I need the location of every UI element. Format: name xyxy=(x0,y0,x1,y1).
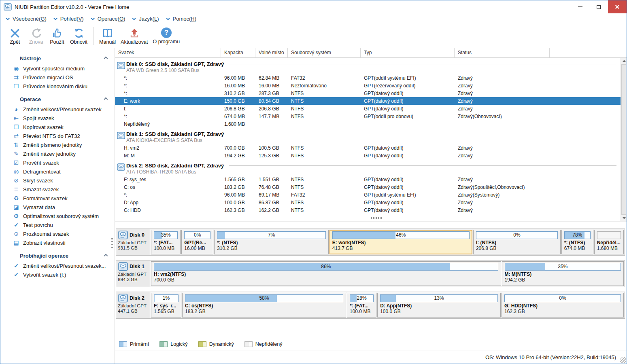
scroll-up-arrow-icon[interactable] xyxy=(621,58,627,64)
logical-swatch-icon xyxy=(159,341,168,347)
close-button[interactable] xyxy=(608,0,627,13)
partition-block[interactable]: 35% *: (FAT... 100.0 MB xyxy=(151,230,181,254)
partition-block[interactable]: 0% GPT(Re... 16.00 MB xyxy=(181,230,213,254)
window-title: NIUBI Partition Editor v10.2.0 - Verze F… xyxy=(15,4,129,10)
menu-hotkey: O xyxy=(119,16,123,22)
usage-percent: 78% xyxy=(565,232,590,239)
table-row[interactable]: G: HDD162.3 GB162.2 GBNTFSGPT(datový odd… xyxy=(115,206,621,214)
about-button[interactable]: ? O programu xyxy=(151,27,183,45)
partition-block[interactable]: 13% D: App(NTFS) 100.0 GB xyxy=(377,293,501,317)
sidebar-section-pending-operations[interactable]: Probíhající operace xyxy=(0,250,115,261)
menu-language[interactable]: Jazyk(L) xyxy=(131,15,163,23)
resize-grip[interactable] xyxy=(620,357,626,363)
partition-block[interactable]: 86% H: vm2(NTFS) 700.0 GB xyxy=(151,261,501,286)
table-row[interactable]: D: App100.0 GB86.87 GBNTFSGPT(datový odd… xyxy=(115,199,621,206)
column-header-type[interactable]: Typ xyxy=(361,48,455,57)
menu-general[interactable]: Všeobecné(G) xyxy=(4,15,51,23)
sidebar-item-defragment[interactable]: ◎Defragmentovat xyxy=(0,167,115,176)
minimize-button[interactable] xyxy=(571,0,589,13)
sidebar-item-surface-test[interactable]: ✔Test povrchu xyxy=(0,220,115,229)
partition-block[interactable]: 58% C: os(NTFS) 183.2 GB xyxy=(182,293,346,317)
menu-view[interactable]: Pohled(V) xyxy=(52,15,88,23)
sidebar-item-hide-volume[interactable]: ⊘Skrýt svazek xyxy=(0,176,115,185)
pending-op-create-volume[interactable]: ✔Vytvořit svazek (I:) xyxy=(0,270,115,279)
sidebar-section-operations[interactable]: Operace xyxy=(0,94,115,105)
sidebar-item-copy-volume[interactable]: ❐Kopírovat svazek xyxy=(0,123,115,131)
disk-name: Disk 2 xyxy=(130,295,145,301)
table-row[interactable]: F: sys_res1.565 GB1.551 GBNTFSGPT(datový… xyxy=(115,176,621,183)
table-row[interactable]: *:310.2 GB287.3 GBNTFSGPT(datový oddíl)Z… xyxy=(115,89,621,97)
column-header-free-space[interactable]: Volné místo xyxy=(255,48,288,57)
sidebar-item-create-boot-media[interactable]: ◉Vytvořit spouštěcí médium xyxy=(0,64,115,73)
maximize-button[interactable] xyxy=(589,0,608,13)
update-button[interactable]: Aktualizovat xyxy=(118,27,150,46)
table-row[interactable]: I:206.8 GB206.8 GBNTFSGPT(datový oddíl)Z… xyxy=(115,105,621,112)
redo-button[interactable]: Znova xyxy=(26,27,47,46)
partition-size: 674.0 MB xyxy=(564,245,591,251)
column-header-status[interactable]: Status xyxy=(455,48,550,57)
sidebar-item-merge-volume[interactable]: ⇤Spojit svazek xyxy=(0,114,115,123)
partition-label: E: work(NTFS) xyxy=(332,240,470,245)
sidebar-item-change-drive-letter[interactable]: ⇅Změnit písmeno jednotky xyxy=(0,140,115,149)
menu-help[interactable]: Pomoc(H) xyxy=(165,15,201,23)
partition-block[interactable]: 35% M: M(NTFS) 194.2 GB xyxy=(502,261,624,286)
partition-block[interactable]: 0% G: HDD(NTFS) 162.3 GB xyxy=(502,293,624,317)
table-row[interactable]: H: vm2700.0 GB100.5 GBNTFSGPT(datový odd… xyxy=(115,144,621,152)
scrollbar-thumb[interactable] xyxy=(621,64,626,215)
partition-block[interactable]: 0% I: (NTFS) 206.8 GB xyxy=(473,230,561,254)
column-header-capacity[interactable]: Kapacita xyxy=(221,48,255,57)
pending-op-resize-move[interactable]: ✔Změnit velikost/Přesunout svazek... xyxy=(0,261,115,270)
table-row-selected[interactable]: E: work150.0 GB80.54 GBNTFSGPT(datový od… xyxy=(115,97,621,105)
table-row[interactable]: *:674.0 MB147.7 MBNTFSGPT(oddíl pro obno… xyxy=(115,112,621,120)
apply-button[interactable]: Použít xyxy=(47,27,68,46)
table-row[interactable]: M: M194.2 GB125.3 GBNTFSGPT(datový oddíl… xyxy=(115,152,621,159)
partition-block-selected[interactable]: 46% E: work(NTFS) 413.7 GB xyxy=(329,230,472,254)
disk1-label-box[interactable]: Disk 1 Základní GPT 894.3 GB xyxy=(116,260,150,287)
sidebar-item-change-label[interactable]: ✎Změnit název jednotky xyxy=(0,149,115,158)
menu-label: Všeobecné( xyxy=(13,16,40,22)
unallocated-block[interactable]: Nepřiděl... 1.680 MB xyxy=(594,230,624,254)
disk2-group-header[interactable]: Disk 2: SSD disk, Základní GPT, Zdravý A… xyxy=(115,160,621,176)
column-header-volume[interactable]: Svazek xyxy=(115,48,221,57)
table-row[interactable]: Nepřidělený1.680 MB xyxy=(115,120,621,128)
partition-block[interactable]: 28% *: (FAT... 100.0 MB xyxy=(347,293,376,317)
horizontal-splitter[interactable] xyxy=(115,221,627,225)
undo-button[interactable]: Zpět xyxy=(4,27,26,46)
disk2-label-box[interactable]: Disk 2 Základní GPT 447.1 GB xyxy=(116,292,150,318)
table-row[interactable]: *:96.00 MB62.84 MBFAT32GPT(oddíl systému… xyxy=(115,74,621,82)
partition-label: C: os(NTFS) xyxy=(185,303,343,309)
sidebar-item-os-migration[interactable]: ⇉Průvodce migrací OS xyxy=(0,73,115,82)
table-row[interactable]: C: os183.2 GB76.48 GBNTFSGPT(datový oddí… xyxy=(115,183,621,191)
usage-bar: 58% xyxy=(185,294,343,302)
disk0-group-header[interactable]: Disk 0: SSD disk, Základní GPT, Zdravý A… xyxy=(115,59,621,74)
sidebar-item-format-volume[interactable]: ♻Formátovat svazek xyxy=(0,194,115,203)
table-row[interactable]: *:96.00 MB69.17 MBFAT32GPT(oddíl systému… xyxy=(115,191,621,199)
table-row[interactable]: *:16.00 MB16.00 MBNezformátovánoGPT(reze… xyxy=(115,82,621,89)
sidebar-item-check-volume[interactable]: ☑Prověřit svazek xyxy=(0,158,115,167)
scroll-down-arrow-icon[interactable] xyxy=(621,215,627,221)
sidebar-item-explore-volume[interactable]: ⊙Prozkoumat svazek xyxy=(0,229,115,238)
sidebar-item-convert-ntfs-fat32[interactable]: ⇄Převést NTFS do FAT32 xyxy=(0,131,115,140)
divider xyxy=(229,64,616,64)
disk1-group-header[interactable]: Disk 1: SSD disk, Základní GPT, Zdravý A… xyxy=(115,129,621,144)
sidebar-item-delete-volume[interactable]: ≣Smazat svazek xyxy=(0,185,115,194)
sidebar-item-view-properties[interactable]: ▤Zobrazit vlastnosti xyxy=(0,238,115,247)
sidebar-section-tools[interactable]: Nástroje xyxy=(0,53,115,64)
sidebar-item-optimize-filesystem[interactable]: ⚙Optimalizovat souborový systém xyxy=(0,212,115,220)
table-splitter-handle[interactable] xyxy=(371,217,382,219)
sidebar-item-wipe-data[interactable]: ◪Vymazat data xyxy=(0,203,115,212)
partition-block[interactable]: 78% *: (NTFS) 674.0 MB xyxy=(561,230,593,254)
sidebar-item-resize-move[interactable]: ◕Změnit velikost/Přesunout svazek xyxy=(0,105,115,114)
discard-button[interactable]: Obnovit xyxy=(68,27,90,46)
sidebar-item-disk-clone[interactable]: ❐Průvodce klonováním disku xyxy=(0,82,115,91)
partition-block[interactable]: 7% *: (NTFS) 310.2 GB xyxy=(214,230,329,254)
partition-size: 194.2 GB xyxy=(505,277,621,283)
disk-icon xyxy=(117,131,125,140)
partition-block[interactable]: 1% F: sys_r... 1.565 GB xyxy=(151,293,181,317)
vertical-scrollbar[interactable] xyxy=(621,58,627,221)
disk0-label-box[interactable]: Disk 0 Základní GPT 931.5 GB xyxy=(116,229,150,255)
menu-operations[interactable]: Operace(O) xyxy=(89,15,130,23)
sidebar-splitter-handle[interactable] xyxy=(111,238,113,249)
column-header-filesystem[interactable]: Souborový systém xyxy=(288,48,361,57)
manual-button[interactable]: Manuál xyxy=(97,27,118,46)
